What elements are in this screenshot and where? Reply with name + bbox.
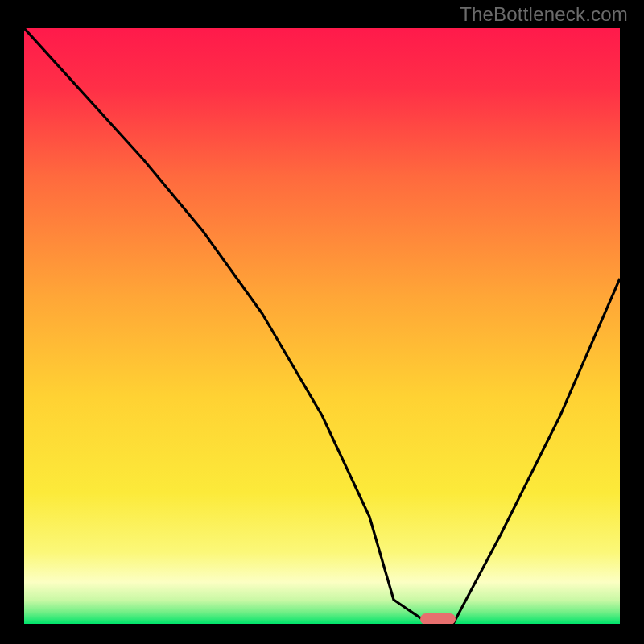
watermark-text: TheBottleneck.com	[460, 3, 628, 26]
chart-plot	[24, 28, 620, 624]
gradient-background	[24, 28, 620, 624]
optimal-marker-icon	[420, 613, 456, 624]
chart-frame: TheBottleneck.com	[0, 0, 644, 644]
